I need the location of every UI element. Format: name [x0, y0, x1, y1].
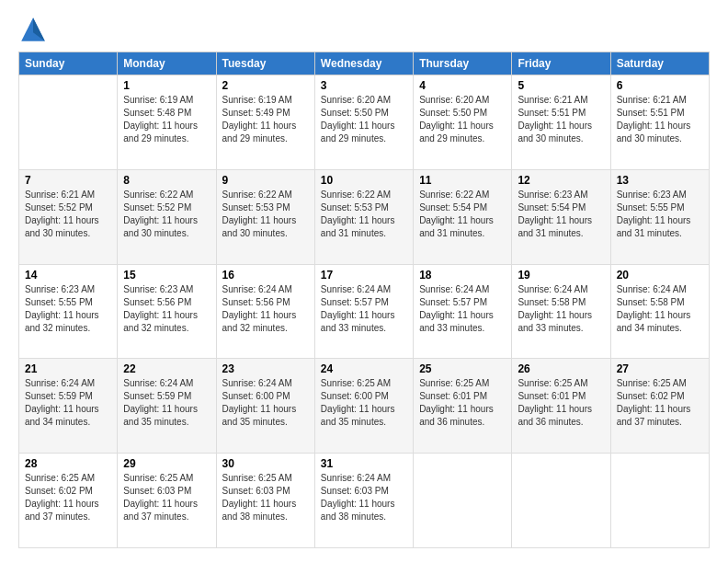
day-number: 10	[321, 174, 407, 187]
day-number: 28	[25, 457, 111, 470]
day-header-sunday: Sunday	[19, 52, 118, 75]
day-info: Sunrise: 6:22 AMSunset: 5:53 PMDaylight:…	[222, 189, 309, 240]
logo	[18, 15, 51, 44]
day-info: Sunrise: 6:22 AMSunset: 5:53 PMDaylight:…	[321, 189, 407, 240]
day-number: 11	[419, 174, 506, 187]
week-row-1: 7Sunrise: 6:21 AMSunset: 5:52 PMDaylight…	[19, 169, 710, 264]
day-info: Sunrise: 6:25 AMSunset: 6:03 PMDaylight:…	[222, 472, 309, 523]
day-info: Sunrise: 6:23 AMSunset: 5:55 PMDaylight:…	[25, 283, 111, 335]
day-number: 14	[25, 269, 111, 282]
day-number: 1	[123, 79, 210, 92]
day-number: 26	[518, 362, 604, 375]
calendar-cell: 21Sunrise: 6:24 AMSunset: 5:59 PMDayligh…	[19, 359, 118, 454]
day-number: 25	[419, 362, 506, 375]
day-number: 9	[222, 174, 309, 187]
calendar-cell: 29Sunrise: 6:25 AMSunset: 6:03 PMDayligh…	[118, 454, 216, 548]
calendar-cell: 1Sunrise: 6:19 AMSunset: 5:48 PMDaylight…	[118, 75, 216, 170]
day-info: Sunrise: 6:24 AMSunset: 5:57 PMDaylight:…	[419, 283, 506, 335]
day-info: Sunrise: 6:22 AMSunset: 5:52 PMDaylight:…	[123, 189, 210, 240]
calendar-cell: 27Sunrise: 6:25 AMSunset: 6:02 PMDayligh…	[610, 359, 709, 454]
calendar-cell: 3Sunrise: 6:20 AMSunset: 5:50 PMDaylight…	[314, 75, 413, 170]
day-info: Sunrise: 6:19 AMSunset: 5:49 PMDaylight:…	[222, 94, 309, 145]
day-info: Sunrise: 6:25 AMSunset: 6:02 PMDaylight:…	[25, 472, 111, 523]
calendar-cell: 6Sunrise: 6:21 AMSunset: 5:51 PMDaylight…	[610, 75, 709, 170]
week-row-3: 21Sunrise: 6:24 AMSunset: 5:59 PMDayligh…	[19, 359, 710, 454]
day-number: 6	[617, 79, 703, 92]
day-info: Sunrise: 6:24 AMSunset: 5:59 PMDaylight:…	[123, 377, 210, 429]
day-number: 12	[518, 174, 604, 187]
calendar-cell: 4Sunrise: 6:20 AMSunset: 5:50 PMDaylight…	[414, 75, 512, 170]
day-number: 24	[321, 362, 407, 375]
logo-icon	[18, 15, 48, 44]
day-header-tuesday: Tuesday	[216, 52, 314, 75]
calendar-cell: 18Sunrise: 6:24 AMSunset: 5:57 PMDayligh…	[414, 264, 512, 359]
day-number: 15	[123, 269, 210, 282]
day-number: 5	[518, 79, 604, 92]
calendar-cell: 25Sunrise: 6:25 AMSunset: 6:01 PMDayligh…	[414, 359, 512, 454]
calendar-cell: 7Sunrise: 6:21 AMSunset: 5:52 PMDaylight…	[19, 169, 118, 264]
day-info: Sunrise: 6:24 AMSunset: 5:58 PMDaylight:…	[518, 283, 604, 335]
calendar-cell: 28Sunrise: 6:25 AMSunset: 6:02 PMDayligh…	[19, 454, 118, 548]
calendar-cell: 5Sunrise: 6:21 AMSunset: 5:51 PMDaylight…	[512, 75, 610, 170]
week-row-4: 28Sunrise: 6:25 AMSunset: 6:02 PMDayligh…	[19, 454, 710, 548]
calendar-cell: 30Sunrise: 6:25 AMSunset: 6:03 PMDayligh…	[216, 454, 314, 548]
calendar-cell: 9Sunrise: 6:22 AMSunset: 5:53 PMDaylight…	[216, 169, 314, 264]
day-number: 21	[25, 362, 111, 375]
day-number: 17	[321, 269, 407, 282]
calendar-cell: 20Sunrise: 6:24 AMSunset: 5:58 PMDayligh…	[610, 264, 709, 359]
day-number: 31	[321, 457, 407, 470]
calendar-cell: 15Sunrise: 6:23 AMSunset: 5:56 PMDayligh…	[118, 264, 216, 359]
calendar-cell: 14Sunrise: 6:23 AMSunset: 5:55 PMDayligh…	[19, 264, 118, 359]
day-number: 4	[419, 79, 506, 92]
calendar-header-row: SundayMondayTuesdayWednesdayThursdayFrid…	[19, 52, 710, 75]
day-info: Sunrise: 6:24 AMSunset: 5:57 PMDaylight:…	[321, 283, 407, 335]
day-number: 19	[518, 269, 604, 282]
day-info: Sunrise: 6:21 AMSunset: 5:51 PMDaylight:…	[617, 94, 703, 145]
calendar-cell: 8Sunrise: 6:22 AMSunset: 5:52 PMDaylight…	[118, 169, 216, 264]
day-header-saturday: Saturday	[610, 52, 709, 75]
day-number: 13	[617, 174, 703, 187]
day-info: Sunrise: 6:23 AMSunset: 5:54 PMDaylight:…	[518, 189, 604, 240]
calendar-cell: 12Sunrise: 6:23 AMSunset: 5:54 PMDayligh…	[512, 169, 610, 264]
day-number: 16	[222, 269, 309, 282]
calendar-cell: 2Sunrise: 6:19 AMSunset: 5:49 PMDaylight…	[216, 75, 314, 170]
calendar-cell: 22Sunrise: 6:24 AMSunset: 5:59 PMDayligh…	[118, 359, 216, 454]
day-number: 8	[123, 174, 210, 187]
day-info: Sunrise: 6:22 AMSunset: 5:54 PMDaylight:…	[419, 189, 506, 240]
calendar-cell: 13Sunrise: 6:23 AMSunset: 5:55 PMDayligh…	[610, 169, 709, 264]
day-info: Sunrise: 6:24 AMSunset: 6:03 PMDaylight:…	[321, 472, 407, 523]
day-info: Sunrise: 6:25 AMSunset: 6:01 PMDaylight:…	[518, 377, 604, 429]
page: SundayMondayTuesdayWednesdayThursdayFrid…	[0, 0, 728, 563]
day-number: 23	[222, 362, 309, 375]
day-header-wednesday: Wednesday	[314, 52, 413, 75]
calendar-cell	[512, 454, 610, 548]
week-row-0: 1Sunrise: 6:19 AMSunset: 5:48 PMDaylight…	[19, 75, 710, 170]
day-info: Sunrise: 6:24 AMSunset: 5:56 PMDaylight:…	[222, 283, 309, 335]
calendar-cell: 24Sunrise: 6:25 AMSunset: 6:00 PMDayligh…	[314, 359, 413, 454]
calendar-cell: 10Sunrise: 6:22 AMSunset: 5:53 PMDayligh…	[314, 169, 413, 264]
day-number: 27	[617, 362, 703, 375]
day-header-monday: Monday	[118, 52, 216, 75]
day-number: 2	[222, 79, 309, 92]
day-info: Sunrise: 6:24 AMSunset: 5:58 PMDaylight:…	[617, 283, 703, 335]
day-info: Sunrise: 6:25 AMSunset: 6:01 PMDaylight:…	[419, 377, 506, 429]
day-info: Sunrise: 6:25 AMSunset: 6:00 PMDaylight:…	[321, 377, 407, 429]
calendar-cell: 19Sunrise: 6:24 AMSunset: 5:58 PMDayligh…	[512, 264, 610, 359]
calendar-cell: 26Sunrise: 6:25 AMSunset: 6:01 PMDayligh…	[512, 359, 610, 454]
day-info: Sunrise: 6:25 AMSunset: 6:03 PMDaylight:…	[123, 472, 210, 523]
calendar-cell: 11Sunrise: 6:22 AMSunset: 5:54 PMDayligh…	[414, 169, 512, 264]
day-info: Sunrise: 6:20 AMSunset: 5:50 PMDaylight:…	[419, 94, 506, 145]
calendar-cell	[414, 454, 512, 548]
calendar-table: SundayMondayTuesdayWednesdayThursdayFrid…	[18, 52, 710, 548]
calendar-cell: 23Sunrise: 6:24 AMSunset: 6:00 PMDayligh…	[216, 359, 314, 454]
week-row-2: 14Sunrise: 6:23 AMSunset: 5:55 PMDayligh…	[19, 264, 710, 359]
day-number: 7	[25, 174, 111, 187]
day-number: 22	[123, 362, 210, 375]
calendar-cell: 31Sunrise: 6:24 AMSunset: 6:03 PMDayligh…	[314, 454, 413, 548]
day-number: 29	[123, 457, 210, 470]
calendar-cell	[19, 75, 118, 170]
day-info: Sunrise: 6:24 AMSunset: 5:59 PMDaylight:…	[25, 377, 111, 429]
day-info: Sunrise: 6:19 AMSunset: 5:48 PMDaylight:…	[123, 94, 210, 145]
calendar-cell: 16Sunrise: 6:24 AMSunset: 5:56 PMDayligh…	[216, 264, 314, 359]
day-info: Sunrise: 6:21 AMSunset: 5:52 PMDaylight:…	[25, 189, 111, 240]
